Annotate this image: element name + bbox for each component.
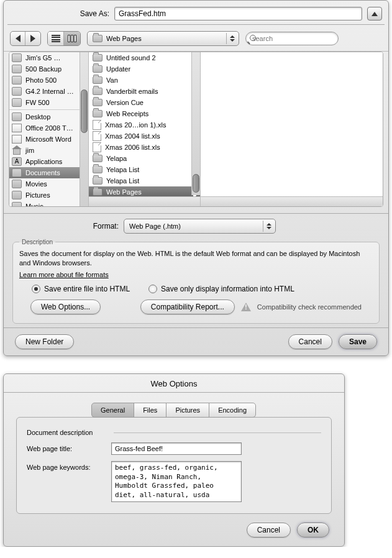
app-icon: A: [12, 157, 22, 166]
folder-icon: [12, 168, 22, 177]
column-view-icon: [68, 35, 76, 42]
view-mode-segmented: [47, 31, 81, 46]
sidebar-item-label: Desktop: [25, 113, 50, 121]
ok-button[interactable]: OK: [297, 523, 329, 537]
search-input[interactable]: [252, 35, 338, 42]
cancel-button[interactable]: Cancel: [288, 334, 332, 349]
preview-column: [201, 52, 383, 206]
sidebar-item[interactable]: Music: [9, 201, 88, 206]
chevron-up-icon: [230, 35, 235, 38]
file-row[interactable]: Xmas 20…ion 1).xls: [89, 119, 200, 130]
horizontal-scrollbar[interactable]: [89, 196, 200, 206]
sidebar-item[interactable]: G4.2 Internal …: [9, 86, 88, 97]
format-label: Format:: [10, 222, 119, 231]
disk-icon: [12, 98, 22, 107]
folder-icon: [93, 65, 103, 73]
sidebar-item[interactable]: jim: [9, 145, 88, 156]
web-page-keywords-input[interactable]: [111, 461, 242, 502]
column-scrollbar[interactable]: [191, 52, 200, 195]
learn-more-link[interactable]: Learn more about file formats: [19, 271, 109, 278]
tab-files[interactable]: Files: [134, 403, 166, 418]
file-row[interactable]: Web Receipts: [89, 108, 200, 119]
sidebar-item[interactable]: Microsoft Word: [9, 134, 88, 145]
radio-label: Save only display information into HTML: [161, 285, 294, 293]
radio-label: Save entire file into HTML: [44, 285, 130, 293]
search-field[interactable]: [245, 32, 339, 45]
house-icon: [12, 146, 22, 155]
document-icon: [93, 142, 101, 152]
horizontal-scrollbar[interactable]: [201, 196, 383, 206]
nav-back-forward: [10, 31, 41, 46]
file-label: Web Receipts: [106, 110, 148, 117]
file-label: Yelapa: [106, 155, 127, 162]
save-as-dialog: Save As: Web Pages Jim's G5 …500 BackupP…: [3, 0, 389, 356]
web-page-title-input[interactable]: [111, 442, 242, 455]
description-heading: Description: [19, 239, 55, 245]
sidebar-item[interactable]: AApplications: [9, 156, 88, 167]
view-column-button[interactable]: [64, 32, 80, 45]
format-popup[interactable]: Web Page (.htm): [124, 219, 276, 234]
radio-icon: [32, 285, 40, 293]
tab-encoding[interactable]: Encoding: [209, 403, 256, 418]
sidebar-item[interactable]: Office 2008 T…: [9, 122, 88, 134]
sidebar-item-label: Movies: [25, 180, 47, 188]
chevron-down-icon: [267, 227, 271, 229]
file-label: Xmas 2006 list.xls: [105, 144, 160, 151]
file-row[interactable]: Vanderbilt emails: [89, 86, 200, 97]
location-popup[interactable]: Web Pages: [87, 31, 239, 46]
fieldset-label: Document description: [27, 429, 321, 436]
document-icon: [93, 131, 101, 141]
file-row[interactable]: Yelapa: [89, 153, 200, 164]
radio-save-entire[interactable]: Save entire file into HTML: [32, 285, 130, 293]
file-row[interactable]: Xmas 2004 list.xls: [89, 130, 200, 142]
tab-general[interactable]: General: [91, 403, 134, 418]
sidebar-scrollbar[interactable]: [80, 52, 88, 206]
file-label: Van: [106, 76, 118, 84]
file-row[interactable]: Xmas 2006 list.xls: [89, 142, 200, 153]
save-button[interactable]: Save: [339, 334, 377, 349]
file-label: Web Pages: [106, 188, 142, 196]
compatibility-report-button[interactable]: Compatibility Report...: [140, 300, 235, 314]
sidebar-item[interactable]: Documents: [9, 167, 88, 178]
sidebar-item-label: jim: [25, 147, 34, 154]
folder-icon: [93, 166, 103, 173]
sidebar-item[interactable]: FW 500: [9, 97, 88, 108]
web-options-button[interactable]: Web Options...: [30, 300, 101, 314]
web-page-keywords-label: Web page keywords:: [27, 461, 106, 471]
scrollbar-thumb[interactable]: [81, 89, 88, 133]
view-list-button[interactable]: [48, 32, 64, 45]
sidebar-item[interactable]: Pictures: [9, 190, 88, 201]
scrollbar-thumb[interactable]: [193, 174, 199, 193]
chevron-up-icon: [267, 223, 271, 226]
sidebar-item[interactable]: Desktop: [9, 111, 88, 122]
tab-bar: GeneralFilesPicturesEncoding: [4, 403, 344, 418]
folder-icon: [93, 99, 103, 106]
collapse-toggle-button[interactable]: [367, 7, 382, 21]
document-icon: [93, 120, 101, 130]
triangle-left-icon: [16, 35, 21, 42]
nav-forward-button[interactable]: [25, 32, 40, 45]
list-view-icon: [52, 35, 60, 42]
file-label: Updater: [106, 65, 130, 73]
filename-input[interactable]: [114, 7, 362, 21]
folder-icon: [93, 188, 103, 196]
sidebar-item[interactable]: Jim's G5 …: [9, 52, 88, 63]
file-row[interactable]: Untitled sound 2: [89, 52, 200, 63]
file-row[interactable]: Updater: [89, 63, 200, 75]
sidebar-item[interactable]: 500 Backup: [9, 63, 88, 75]
file-row[interactable]: Version Cue: [89, 97, 200, 108]
cancel-button[interactable]: Cancel: [247, 523, 291, 537]
sidebar-item-label: Jim's G5 …: [25, 54, 61, 62]
radio-save-display-only[interactable]: Save only display information into HTML: [148, 285, 294, 293]
nav-back-button[interactable]: [11, 32, 25, 45]
new-folder-button[interactable]: New Folder: [15, 334, 74, 349]
sidebar-item[interactable]: Photo 500: [9, 75, 88, 86]
desk-icon: [12, 112, 22, 121]
dialog-title: Web Options: [4, 374, 344, 392]
file-row[interactable]: Van: [89, 75, 200, 86]
file-row[interactable]: Yelapa List: [89, 175, 200, 186]
disk-icon: [12, 76, 22, 85]
sidebar-item[interactable]: Movies: [9, 178, 88, 190]
file-row[interactable]: Yelapa List: [89, 164, 200, 175]
tab-pictures[interactable]: Pictures: [166, 403, 209, 418]
